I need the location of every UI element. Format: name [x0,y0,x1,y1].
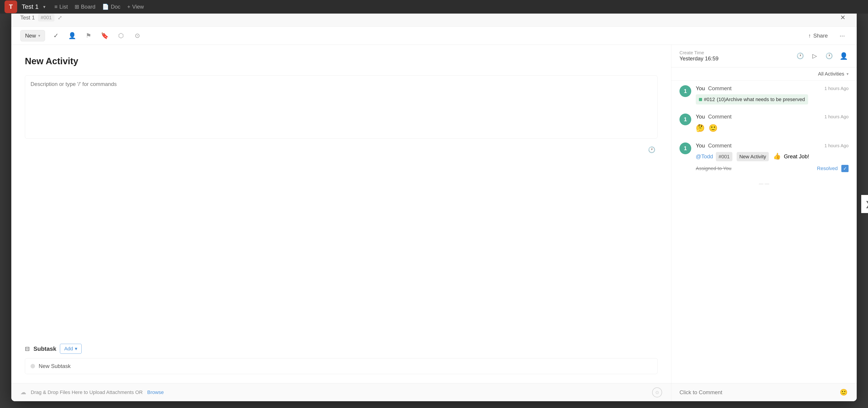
modal-body: New Activity 🕐 ⊟ Subtask Add ▾ [11,45,857,401]
share-button[interactable]: ↑ Share [805,31,831,41]
activity-action-2: Comment [708,114,732,120]
right-panel-header: Create Time Yesterday 16:59 🕐 ▷ 🕐 👤 [671,45,857,67]
activity-content-1: You Comment 1 hours Ago #012 (10)Archive… [696,85,848,105]
time-nav-clock[interactable]: 🕐 [824,51,834,61]
chip-text: (10)Archive what needs to be preserved [717,96,805,103]
share-label: Share [813,33,828,39]
app-title: Test 1 [22,3,39,10]
left-panel: New Activity 🕐 ⊟ Subtask Add ▾ [11,45,671,401]
app-nav: ≡ List ⊞ Board 📄 Doc + View [55,4,144,10]
upload-icon: ☁ [20,389,26,396]
activity-time-3: 1 hours Ago [825,143,848,148]
comment-input[interactable] [680,389,834,396]
add-chevron: ▾ [75,346,77,352]
app-bar: T Test 1 ▾ ≡ List ⊞ Board 📄 Doc + View [0,0,868,13]
time-nav-left[interactable]: 🕐 [795,51,805,61]
timer-icon[interactable]: 🕐 [648,146,655,153]
emoji-button[interactable]: 🙂 [839,387,848,397]
box-button[interactable]: ⬡ [116,30,126,41]
activity-header-2: You Comment 1 hours Ago [696,114,848,120]
nav-doc[interactable]: 📄 Doc [102,4,121,10]
nav-view[interactable]: + View [127,4,144,10]
close-button[interactable]: ✕ [838,13,848,23]
record-button[interactable]: ⊙ [652,387,662,397]
activities-filter: All Activities ▾ [671,67,857,81]
filter-label: All Activities [818,71,844,77]
filter-button[interactable]: All Activities ▾ [818,71,848,77]
activity-body-2: 🤔 🙂 [696,123,848,134]
activity-author-1: You [696,85,705,92]
add-subtask-button[interactable]: Add ▾ [60,344,82,354]
browse-button[interactable]: Browse [147,389,164,395]
activity-avatar-3: 1 [680,143,691,154]
activity-item-2: 1 You Comment 1 hours Ago 🤔 🙂 [680,114,848,134]
app-title-chevron[interactable]: ▾ [43,4,45,9]
activity-body-3: @Todd #001 New Activity 👍 Great Job! [696,151,848,161]
app-logo[interactable]: T [4,0,17,13]
task-title: New Activity [25,56,657,66]
description-input[interactable] [25,75,657,139]
activity-item-1: 1 You Comment 1 hours Ago #012 (10)Archi… [680,85,848,105]
subtask-item[interactable]: New Subtask [25,358,657,374]
status-label: New [25,33,36,39]
activity-body-1: #012 (10)Archive what needs to be preser… [696,94,848,105]
resolved-row: Assigned to You Resolved ✓ [696,165,848,172]
status-button[interactable]: New ▾ [20,30,45,41]
activity-avatar-2: 1 [680,114,691,125]
share-icon: ↑ [808,33,811,39]
comment-chip-1: #012 (10)Archive what needs to be preser… [696,94,808,105]
nav-board[interactable]: ⊞ Board [74,4,95,10]
emoji-1: 🤔 [696,124,705,132]
activity-action-3: Comment [708,143,732,149]
resolved-label: Resolved [817,166,838,171]
description-wrapper [25,75,657,140]
right-nav-arrow[interactable]: ❯ [861,195,868,213]
activity-item-3: 1 You Comment 1 hours Ago @Todd #001 New… [680,143,848,172]
target-button[interactable]: ⊙ [132,30,143,41]
great-job-text: Great Job! [784,153,809,159]
activity-avatar-1: 1 [680,85,691,97]
subtask-icon: ⊟ [25,345,30,352]
expand-icon[interactable]: ⤢ [58,14,62,21]
emoji-2: 🙂 [709,124,718,132]
activities-feed: 1 You Comment 1 hours Ago #012 (10)Archi… [671,81,857,383]
activity-action-1: Comment [708,85,732,92]
subtask-header: ⊟ Subtask Add ▾ [25,344,657,354]
activity-content-2: You Comment 1 hours Ago 🤔 🙂 [696,114,848,134]
right-panel: Create Time Yesterday 16:59 🕐 ▷ 🕐 👤 All … [671,45,857,401]
bookmark-button[interactable]: 🔖 [99,30,110,41]
user-avatar-btn[interactable]: 👤 [839,51,848,61]
activity-separator: — — [680,181,848,186]
activity-header-1: You Comment 1 hours Ago [696,85,848,92]
assign-button[interactable]: 👤 [67,30,78,41]
create-time-value: Yesterday 16:59 [680,55,719,62]
subtask-label: Subtask [33,345,56,352]
nav-list[interactable]: ≡ List [55,4,68,10]
create-time-label: Create Time [680,50,719,55]
breadcrumb-text: Test 1 [20,14,35,21]
comment-bar: 🙂 [671,383,857,401]
task-id: #001 [38,14,55,22]
mention-task: New Activity [737,152,769,161]
modal-toolbar: New ▾ ✓ 👤 ⚑ 🔖 ⬡ ⊙ ↑ Share ··· [11,27,857,45]
resolved-checkbox[interactable]: ✓ [841,165,848,172]
flag-button[interactable]: ⚑ [83,30,94,41]
status-chevron: ▾ [38,33,40,38]
upload-bar: ☁ Drag & Drop Files Here to Upload Attac… [11,383,671,401]
add-label: Add [64,346,73,352]
activity-time-2: 1 hours Ago [825,114,848,119]
assigned-text: Assigned to You [696,166,732,171]
thumbs-icon: 👍 [773,153,781,160]
timer-area: 🕐 [25,146,657,155]
more-button[interactable]: ··· [837,30,848,41]
subtask-bullet [31,364,35,369]
activity-header-3: You Comment 1 hours Ago [696,143,848,149]
mention-ref: #001 [716,152,733,161]
check-button[interactable]: ✓ [51,30,61,41]
subtask-item-label: New Subtask [39,363,70,369]
breadcrumb: Test 1 #001 ⤢ [20,14,62,22]
left-content: New Activity 🕐 [11,45,671,344]
time-nav-right[interactable]: ▷ [810,51,819,61]
right-arrow-icon: ❯ [865,200,868,208]
task-modal: Test 1 #001 ⤢ ✕ New ▾ ✓ 👤 ⚑ 🔖 ⬡ ⊙ ↑ Shar… [11,8,857,401]
